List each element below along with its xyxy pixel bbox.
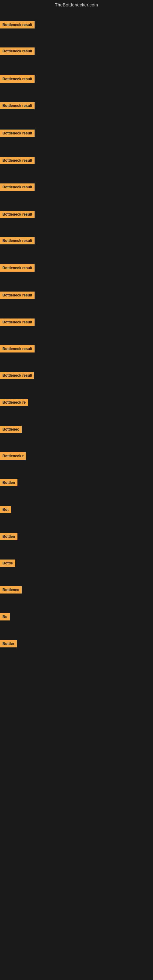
bottleneck-result-label: Bottleneck result [0,372,33,379]
bottleneck-result-label: Bo [0,613,10,620]
bottleneck-result-label: Bottleneck re [0,399,28,406]
bottleneck-result-label: Bottleneck result [0,345,35,353]
bottleneck-result-label: Bottle [0,560,15,567]
bottleneck-result-label: Bottlen [0,479,18,486]
bottleneck-result-label: Bottler [0,640,17,648]
bottleneck-result-label: Bottleneck result [0,291,35,299]
bottleneck-result-label: Bottleneck result [0,130,35,137]
bottleneck-result-label: Bottleneck result [0,183,35,191]
bottleneck-result-label: Bottleneck r [0,452,26,460]
bottleneck-result-label: Bottleneck result [0,75,35,83]
bottleneck-result-label: Bottleneck result [0,21,35,29]
bottleneck-result-label: Bottlen [0,533,18,540]
bottleneck-result-label: Bottleneck result [0,157,35,164]
bottleneck-result-label: Bottleneck result [0,48,35,55]
bottleneck-result-label: Bottleneck result [0,211,35,218]
bottleneck-result-label: Bottleneck result [0,264,35,272]
bottleneck-result-label: Bottleneck result [0,102,35,109]
bottleneck-result-label: Bottlenec [0,426,22,433]
bottleneck-result-label: Bottleneck result [0,318,35,326]
bottleneck-result-label: Bot [0,506,11,513]
site-title: TheBottlenecker.com [0,0,153,10]
bottleneck-result-label: Bottleneck result [0,237,35,244]
bottleneck-result-label: Bottlenec [0,586,22,593]
